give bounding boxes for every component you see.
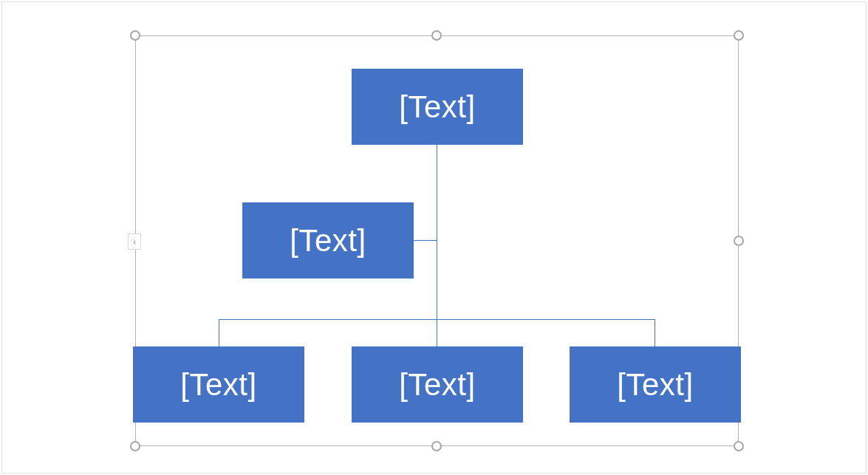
selection-handle-bottom-right[interactable] (734, 441, 744, 451)
org-node-child-middle[interactable]: [Text] (352, 346, 523, 423)
connector-child-mid-drop (437, 319, 437, 346)
org-node-child-left-label: [Text] (180, 367, 256, 403)
connector-child-left-drop (219, 319, 219, 346)
selection-handle-bottom-left[interactable] (130, 441, 140, 451)
connector-child-right-drop (655, 319, 655, 346)
connector-root-vertical (437, 145, 437, 319)
selection-handle-top-right[interactable] (734, 30, 744, 41)
org-node-assistant[interactable]: [Text] (242, 202, 414, 278)
selection-handle-middle-right[interactable] (734, 236, 744, 246)
org-node-root-label: [Text] (399, 89, 475, 125)
org-node-child-right-label: [Text] (617, 367, 693, 403)
org-node-root[interactable]: [Text] (352, 69, 523, 145)
org-node-assistant-label: [Text] (290, 223, 366, 259)
org-node-child-middle-label: [Text] (399, 367, 475, 403)
org-node-child-left[interactable]: [Text] (133, 346, 304, 423)
diagram-canvas: ‹ [Text] [Text] [Text] [Text] [Text] (0, 0, 868, 475)
selection-handle-bottom-middle[interactable] (431, 441, 442, 451)
text-pane-toggle[interactable]: ‹ (128, 233, 141, 250)
selection-handle-top-left[interactable] (130, 30, 140, 41)
selection-handle-top-middle[interactable] (431, 30, 442, 41)
org-node-child-right[interactable]: [Text] (570, 346, 741, 423)
connector-assistant-horizontal (411, 240, 437, 241)
